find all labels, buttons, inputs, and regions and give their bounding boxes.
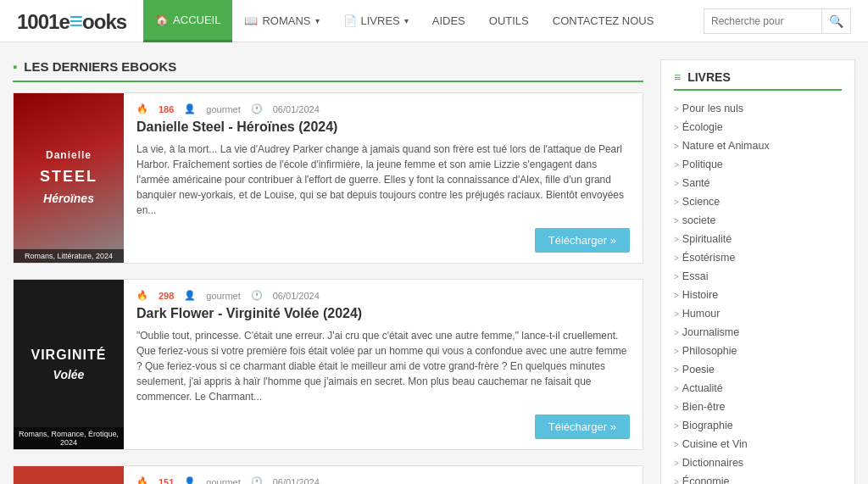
book-icon: 📖	[244, 14, 258, 27]
book-date-2: 06/01/2024	[273, 291, 320, 301]
fire-icon-3: 🔥	[136, 476, 148, 484]
chevron-down-icon: ▾	[315, 16, 320, 25]
sidebar-item-cuisine-vin[interactable]: >Cuisine et Vin	[674, 435, 842, 453]
sidebar-item-science[interactable]: >Science	[674, 192, 842, 211]
book-description-2: "Oublie tout, princesse. C'était une err…	[136, 328, 630, 406]
book-meta-2: 🔥 298 👤 gourmet 🕐 06/01/2024	[136, 290, 630, 301]
sidebar-item-actualite[interactable]: >Actualité	[674, 379, 842, 398]
user-icon-3: 👤	[184, 476, 196, 484]
download-button-2[interactable]: Télécharger »	[535, 414, 630, 439]
download-button-1[interactable]: Télécharger »	[535, 228, 630, 253]
book-cover-3: IDENTITÉ VOLÉE	[14, 466, 124, 484]
book-author-2: gourmet	[206, 291, 240, 301]
book-cover-wrap: Danielle STEEL Héroïnes Romans, Littérat…	[14, 93, 124, 263]
sidebar-livres: ≡ LIVRES >Pour les nuls >Écologie >Natur…	[660, 59, 855, 484]
calendar-icon-2: 🕐	[251, 290, 263, 301]
section-title-icon: ▪	[13, 59, 17, 74]
nav-item-outils[interactable]: OUTILS	[477, 0, 541, 42]
brand-logo[interactable]: 1001e≡ooks	[17, 8, 126, 35]
book-title: Danielle Steel - Héroïnes (2024)	[136, 120, 630, 135]
calendar-icon-3: 🕐	[251, 476, 263, 484]
book-card: Danielle STEEL Héroïnes Romans, Littérat…	[13, 92, 643, 264]
sidebar-livres-title: ≡ LIVRES	[674, 70, 842, 91]
sidebar-item-poesie[interactable]: >Poesie	[674, 360, 842, 379]
nav-items: 🏠 ACCUEIL 📖 ROMANS ▾ 📄 LIVRES ▾ AIDES OU…	[143, 0, 704, 42]
search-button[interactable]: 🔍	[822, 8, 851, 34]
nav-item-romans[interactable]: 📖 ROMANS ▾	[232, 0, 331, 42]
sidebar-item-societe[interactable]: >societe	[674, 211, 842, 230]
sidebar-item-histoire[interactable]: >Histoire	[674, 286, 842, 304]
fire-icon: 🔥	[136, 103, 148, 114]
book-fire-count-3: 151	[159, 477, 174, 485]
sidebar-item-nature-animaux[interactable]: >Nature et Animaux	[674, 136, 842, 155]
book-meta: 🔥 186 👤 gourmet 🕐 06/01/2024	[136, 103, 630, 114]
book-fire-count: 186	[159, 104, 174, 114]
book-cover-wrap-3: IDENTITÉ VOLÉE	[14, 466, 124, 484]
home-icon: 🏠	[155, 14, 169, 26]
sidebar-item-politique[interactable]: >Politique	[674, 155, 842, 174]
book-info-2: 🔥 298 👤 gourmet 🕐 06/01/2024 Dark Flower…	[124, 280, 643, 449]
sidebar-item-biographie[interactable]: >Biographie	[674, 416, 842, 435]
nav-item-accueil[interactable]: 🏠 ACCUEIL	[143, 0, 232, 42]
nav-outils-label: OUTILS	[489, 14, 529, 27]
book-cover: Danielle STEEL Héroïnes	[14, 93, 124, 263]
book-info: 🔥 186 👤 gourmet 🕐 06/01/2024 Danielle St…	[124, 93, 643, 263]
book-cover-2: VIRGINITÉ Volée	[14, 280, 124, 449]
book-date: 06/01/2024	[273, 104, 320, 114]
sidebar-livres-icon: ≡	[674, 70, 681, 84]
book-title-2: Dark Flower - Virginité Volée (2024)	[136, 306, 630, 321]
nav-item-aides[interactable]: AIDES	[420, 0, 477, 42]
book-cover-wrap-2: VIRGINITÉ Volée Romans, Romance, Érotiqu…	[14, 280, 124, 449]
search-input[interactable]	[704, 8, 822, 34]
file-icon: 📄	[343, 14, 357, 27]
nav-livres-label: LIVRES	[361, 14, 400, 27]
sidebar-item-humour[interactable]: >Humour	[674, 304, 842, 323]
book-card-2: VIRGINITÉ Volée Romans, Romance, Érotiqu…	[13, 279, 643, 450]
nav-contact-label: CONTACTEZ NOUS	[553, 14, 654, 27]
sidebar-item-philosophie[interactable]: >Philosophie	[674, 342, 842, 360]
calendar-icon: 🕐	[251, 103, 263, 114]
nav-search: 🔍	[704, 8, 851, 34]
sidebar-item-bien-etre[interactable]: >Bien-être	[674, 398, 842, 416]
book-author: gourmet	[206, 104, 240, 114]
sidebar-livres-list: >Pour les nuls >Écologie >Nature et Anim…	[674, 99, 842, 484]
book-card-3: IDENTITÉ VOLÉE 🔥 151 👤 gourmet 🕐 06/01/2…	[13, 465, 643, 484]
sidebar-item-esoterisme[interactable]: >Ésotérisme	[674, 248, 842, 267]
nav-romans-label: ROMANS	[262, 14, 310, 27]
sidebar-item-dictionnaires[interactable]: >Dictionnaires	[674, 453, 842, 472]
user-icon-2: 👤	[184, 290, 196, 301]
sidebar: ≡ LIVRES >Pour les nuls >Écologie >Natur…	[660, 59, 855, 484]
nav-accueil-label: ACCUEIL	[173, 14, 220, 26]
chevron-down-icon-2: ▾	[404, 16, 409, 25]
user-icon: 👤	[184, 103, 196, 114]
main-content: ▪ LES DERNIERS EBOOKS Danielle STEEL Hér…	[13, 59, 643, 484]
sidebar-item-journalisme[interactable]: >Journalisme	[674, 323, 842, 342]
nav-aides-label: AIDES	[432, 14, 465, 27]
book-author-3: gourmet	[206, 477, 240, 485]
sidebar-item-economie[interactable]: >Économie	[674, 472, 842, 484]
fire-icon-2: 🔥	[136, 290, 148, 301]
book-tag: Romans, Littérature, 2024	[14, 249, 124, 263]
sidebar-item-sante[interactable]: >Santé	[674, 174, 842, 192]
book-tag-2: Romans, Romance, Érotique, 2024	[14, 427, 124, 449]
book-date-3: 06/01/2024	[273, 477, 320, 485]
sidebar-item-ecologie[interactable]: >Écologie	[674, 118, 842, 136]
sidebar-item-pour-les-nuls[interactable]: >Pour les nuls	[674, 99, 842, 118]
book-fire-count-2: 298	[159, 291, 174, 301]
sidebar-item-spiritualite[interactable]: >Spiritualité	[674, 230, 842, 248]
nav-item-livres[interactable]: 📄 LIVRES ▾	[331, 0, 420, 42]
nav-item-contact[interactable]: CONTACTEZ NOUS	[541, 0, 666, 42]
book-meta-3: 🔥 151 👤 gourmet 🕐 06/01/2024	[136, 476, 630, 484]
navbar: 1001e≡ooks 🏠 ACCUEIL 📖 ROMANS ▾ 📄 LIVRES…	[0, 0, 868, 42]
book-description: La vie, à la mort... La vie d'Audrey Par…	[136, 142, 630, 220]
section-title: ▪ LES DERNIERS EBOOKS	[13, 59, 643, 82]
sidebar-item-essai[interactable]: >Essai	[674, 267, 842, 286]
book-info-3: 🔥 151 👤 gourmet 🕐 06/01/2024 Naïdy Armou…	[124, 466, 643, 484]
